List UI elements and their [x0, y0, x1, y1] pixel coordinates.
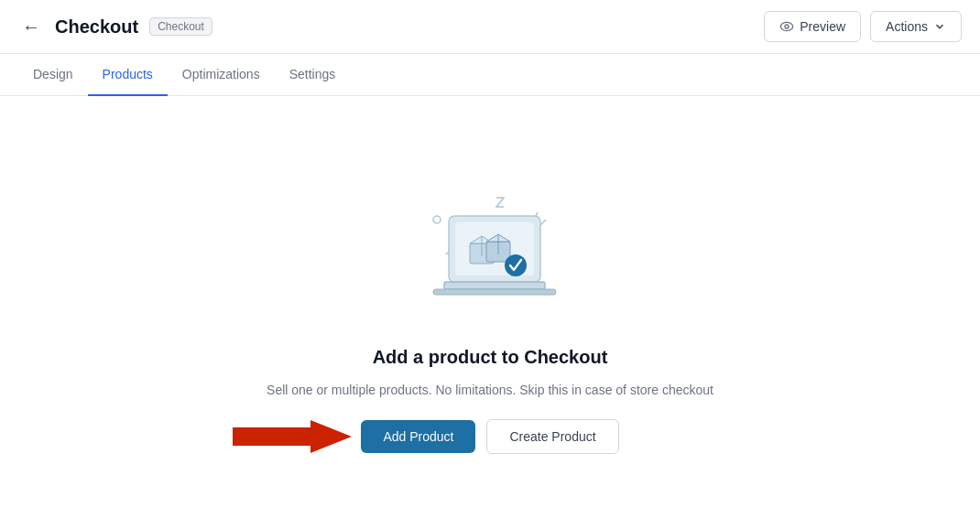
red-arrow-svg [233, 418, 352, 455]
header-left: ← Checkout Checkout [18, 13, 212, 41]
preview-label: Preview [800, 19, 845, 34]
create-product-button[interactable]: Create Product [486, 419, 618, 454]
empty-state-illustration [398, 167, 582, 332]
svg-point-0 [781, 22, 793, 30]
svg-marker-12 [233, 420, 352, 453]
header-right: Preview Actions [764, 11, 962, 42]
tabs-bar: Design Products Optimizations Settings [0, 54, 980, 96]
back-button[interactable]: ← [18, 13, 44, 41]
empty-state-title: Add a product to Checkout [373, 347, 608, 368]
empty-state-subtitle: Sell one or multiple products. No limita… [267, 383, 713, 397]
chevron-down-icon [933, 20, 946, 33]
back-arrow-icon: ← [22, 16, 40, 38]
laptop-illustration-svg [398, 172, 582, 328]
tab-design[interactable]: Design [18, 54, 88, 96]
svg-rect-10 [444, 282, 545, 289]
actions-label: Actions [886, 19, 928, 34]
page-title: Checkout [55, 16, 138, 38]
tab-settings[interactable]: Settings [275, 54, 351, 96]
tab-products[interactable]: Products [88, 54, 168, 96]
eye-icon [779, 19, 794, 34]
breadcrumb-badge: Checkout [149, 17, 212, 36]
actions-button[interactable]: Actions [870, 11, 962, 42]
header: ← Checkout Checkout Preview Actions [0, 0, 980, 54]
main-content: Add a product to Checkout Sell one or mu… [0, 96, 980, 524]
svg-rect-11 [433, 289, 556, 295]
arrow-pointer [233, 418, 352, 455]
add-product-button[interactable]: Add Product [361, 420, 475, 453]
cta-buttons-container: Add Product Create Product [361, 419, 618, 454]
svg-point-1 [785, 25, 789, 28]
preview-button[interactable]: Preview [764, 11, 861, 42]
tab-optimizations[interactable]: Optimizations [168, 54, 275, 96]
svg-point-2 [433, 216, 441, 223]
svg-point-9 [505, 254, 527, 276]
